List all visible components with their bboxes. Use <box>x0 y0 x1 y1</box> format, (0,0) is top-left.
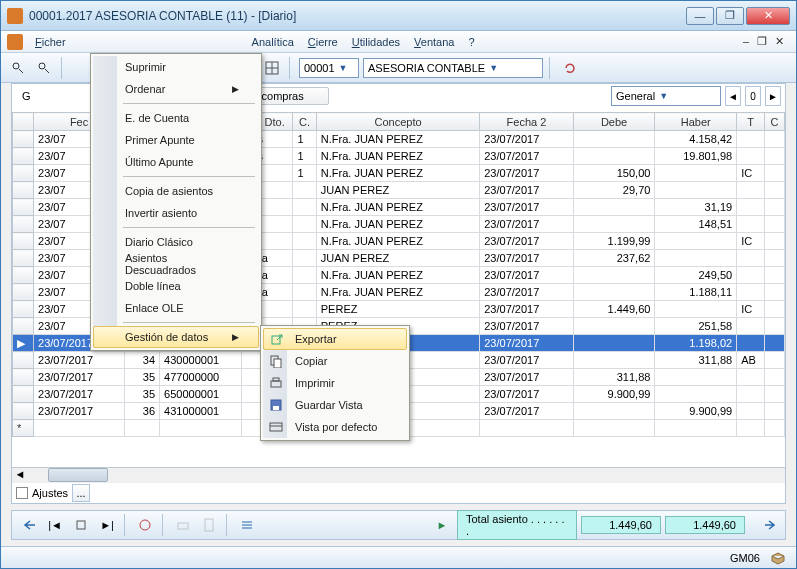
adjust-checkbox[interactable] <box>16 487 28 499</box>
foot-prev-button[interactable] <box>70 514 92 536</box>
mdi-restore[interactable]: ❐ <box>757 35 767 48</box>
find2-button[interactable] <box>33 57 55 79</box>
ctx-asientos-descuadrados[interactable]: Asientos Descuadrados <box>93 253 259 275</box>
ctx-diario-clásico[interactable]: Diario Clásico <box>93 231 259 253</box>
ctx-gestion-exportar[interactable]: Exportar <box>263 328 407 350</box>
adjust-button[interactable]: ... <box>72 484 90 502</box>
status-user: GM06 <box>730 552 760 564</box>
svg-rect-23 <box>270 423 282 431</box>
maximize-button[interactable]: ❐ <box>716 7 744 25</box>
menu-analitica[interactable]: Analítica <box>246 34 300 50</box>
svg-rect-19 <box>271 381 281 387</box>
ctx-gestion-copiar[interactable]: Copiar <box>263 350 407 372</box>
col-header[interactable]: C <box>765 113 785 131</box>
ctx-suprimir[interactable]: Suprimir <box>93 56 259 78</box>
adjust-row: Ajustes ... <box>12 483 94 503</box>
page-prev[interactable]: ◄ <box>725 86 741 106</box>
foot-ref-button[interactable] <box>134 514 156 536</box>
find-button[interactable] <box>7 57 29 79</box>
foot-list-button[interactable] <box>236 514 258 536</box>
svg-point-0 <box>13 63 19 69</box>
mdi-minimize[interactable]: – <box>743 35 749 48</box>
col-header[interactable]: Debe <box>573 113 655 131</box>
ctx-gestion-vista-por-defecto[interactable]: Vista por defecto <box>263 416 407 438</box>
chevron-right-icon: ▶ <box>232 332 239 342</box>
scroll-thumb[interactable] <box>48 468 108 482</box>
ctx-doble-línea[interactable]: Doble línea <box>93 275 259 297</box>
adjust-label: Ajustes <box>32 487 68 499</box>
col-header[interactable]: C. <box>293 113 316 131</box>
ctx-copia-de-asientos[interactable]: Copia de asientos <box>93 180 259 202</box>
foot-doc-button[interactable] <box>198 514 220 536</box>
doc-icon <box>7 34 23 50</box>
page-next[interactable]: ► <box>765 86 781 106</box>
view-icon <box>268 419 284 435</box>
view-combo[interactable]: General▼ <box>611 86 721 106</box>
menu-utilidades[interactable]: Utilidades <box>346 34 406 50</box>
context-menu: SuprimirOrdenar▶E. de CuentaPrimer Apunt… <box>90 53 262 351</box>
svg-rect-12 <box>205 519 213 531</box>
mdi-controls: – ❐ ✕ <box>743 35 790 48</box>
foot-arrow-button[interactable]: ► <box>431 514 453 536</box>
foot-back-button[interactable] <box>18 514 40 536</box>
app-icon <box>7 8 23 24</box>
titlebar: 00001.2017 ASESORIA CONTABLE (11) - [Dia… <box>1 1 796 31</box>
ctx-enlace-ole[interactable]: Enlace OLE <box>93 297 259 319</box>
mdi-close[interactable]: ✕ <box>775 35 784 48</box>
foot-print-button[interactable] <box>172 514 194 536</box>
close-button[interactable]: ✕ <box>746 7 790 25</box>
context-submenu-gestion: ExportarCopiarImprimirGuardar VistaVista… <box>260 325 410 441</box>
svg-rect-18 <box>274 359 281 368</box>
col-header[interactable]: Fecha 2 <box>480 113 573 131</box>
svg-point-10 <box>140 520 150 530</box>
save-icon <box>268 397 284 413</box>
menu-ventana[interactable]: Ventana <box>408 34 460 50</box>
menubar: FFichericher Analítica Cierre Utilidades… <box>1 31 796 53</box>
ctx-gestion-guardar-vista[interactable]: Guardar Vista <box>263 394 407 416</box>
horizontal-scrollbar[interactable]: ◄ <box>12 467 785 483</box>
total-haber: 1.449,60 <box>665 516 745 534</box>
company-combo[interactable]: ASESORIA CONTABLE▼ <box>363 58 543 78</box>
window-title: 00001.2017 ASESORIA CONTABLE (11) - [Dia… <box>29 9 686 23</box>
chevron-down-icon: ▼ <box>659 91 668 101</box>
ctx-invertir-asiento[interactable]: Invertir asiento <box>93 202 259 224</box>
ctx-primer-apunte[interactable]: Primer Apunte <box>93 129 259 151</box>
statusbar: GM06 <box>1 546 796 568</box>
chevron-down-icon: ▼ <box>339 63 348 73</box>
code-combo[interactable]: 00001▼ <box>299 58 359 78</box>
print-icon <box>268 375 284 391</box>
minimize-button[interactable]: — <box>686 7 714 25</box>
chevron-down-icon: ▼ <box>489 63 498 73</box>
copy-icon <box>268 353 284 369</box>
refresh-button[interactable] <box>559 57 581 79</box>
col-header[interactable]: T <box>737 113 765 131</box>
menu-ficheros[interactable]: FFichericher <box>29 34 72 50</box>
svg-line-3 <box>45 69 49 73</box>
page-number[interactable]: 0 <box>745 86 761 106</box>
foot-next-button[interactable] <box>757 514 779 536</box>
col-header[interactable]: Haber <box>655 113 737 131</box>
table-button[interactable] <box>261 57 283 79</box>
col-header[interactable]: Concepto <box>316 113 479 131</box>
tab-g[interactable]: G <box>16 88 37 104</box>
ctx-último-apunte[interactable]: Último Apunte <box>93 151 259 173</box>
svg-rect-22 <box>273 406 279 410</box>
ctx-gestión-de-datos[interactable]: Gestión de datos▶ <box>93 326 259 348</box>
svg-rect-16 <box>272 336 280 344</box>
ctx-e.-de-cuenta[interactable]: E. de Cuenta <box>93 107 259 129</box>
col-header[interactable] <box>13 113 34 131</box>
total-debe: 1.449,60 <box>581 516 661 534</box>
menu-help[interactable]: ? <box>462 34 480 50</box>
export-icon <box>269 331 285 347</box>
ctx-ordenar[interactable]: Ordenar▶ <box>93 78 259 100</box>
status-box-icon <box>770 551 786 565</box>
ctx-gestion-imprimir[interactable]: Imprimir <box>263 372 407 394</box>
window-controls: — ❐ ✕ <box>686 7 790 25</box>
footer-bar: |◄ ►| ► Total asiento . . . . . . . 1.44… <box>11 510 786 540</box>
total-label: Total asiento . . . . . . . <box>457 510 577 540</box>
foot-first-button[interactable]: |◄ <box>44 514 66 536</box>
svg-rect-11 <box>178 523 188 529</box>
app-window: 00001.2017 ASESORIA CONTABLE (11) - [Dia… <box>0 0 797 569</box>
menu-cierre[interactable]: Cierre <box>302 34 344 50</box>
foot-last-button[interactable]: ►| <box>96 514 118 536</box>
